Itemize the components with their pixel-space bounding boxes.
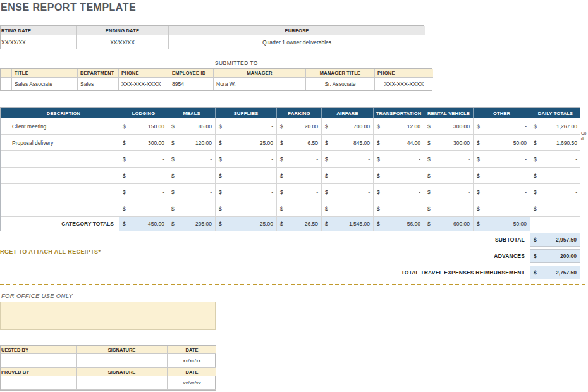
col-header-lodging: LODGING — [119, 108, 168, 118]
currency-symbol: $ — [534, 173, 537, 179]
amount-cell[interactable]: $- — [424, 168, 474, 184]
date-cell[interactable] — [1, 184, 8, 200]
date-cell[interactable]: xx/xx/xx — [168, 376, 216, 390]
amount-cell[interactable]: $50.00 — [474, 135, 530, 151]
description-cell[interactable]: Proposal delivery — [8, 135, 119, 151]
amount-cell[interactable]: $25.00 — [216, 135, 277, 151]
amount-cell[interactable]: $- — [374, 168, 424, 184]
date-cell[interactable] — [1, 151, 8, 168]
description-cell[interactable] — [8, 184, 119, 200]
amount-cell[interactable]: $- — [474, 168, 530, 184]
amount-cell[interactable]: $300.00 — [424, 118, 474, 135]
description-cell[interactable] — [8, 168, 119, 184]
amount-cell[interactable]: $- — [277, 168, 322, 184]
description-cell[interactable]: Client meeting — [8, 118, 119, 135]
manager-cell[interactable]: Nora W. — [214, 78, 306, 90]
requested-by-cell[interactable] — [1, 354, 77, 368]
currency-symbol: $ — [427, 156, 431, 162]
daily-total-cell: $1,267.00 — [530, 118, 580, 135]
amount-cell[interactable]: $44.00 — [374, 135, 424, 151]
amount-value: 1,545.00 — [349, 221, 370, 227]
name-sliver-cell[interactable] — [1, 78, 12, 90]
category-totals-label: CATEGORY TOTALS — [8, 217, 119, 231]
department-cell[interactable]: Sales — [78, 78, 119, 90]
amount-value: - — [368, 156, 370, 162]
title-cell[interactable]: Sales Associate — [12, 78, 78, 90]
date-cell[interactable] — [1, 135, 8, 151]
manager-phone-cell[interactable]: XXX-XXX-XXXX — [375, 78, 433, 90]
date-cell[interactable] — [1, 200, 8, 217]
approved-by-header: PROVED BY — [1, 368, 77, 376]
category-total-cell: $50.00 — [474, 217, 530, 231]
approved-by-cell[interactable] — [1, 376, 77, 390]
office-use-label: FOR OFFICE USE ONLY — [1, 292, 73, 299]
amount-cell[interactable]: $- — [374, 151, 424, 168]
description-cell[interactable] — [8, 151, 119, 168]
amount-cell[interactable]: $- — [322, 151, 374, 168]
amount-cell[interactable]: $85.00 — [168, 118, 216, 135]
amount-cell[interactable]: $- — [119, 200, 168, 217]
amount-cell[interactable]: $- — [424, 151, 474, 168]
advances-value-cell[interactable]: $200.00 — [530, 249, 580, 263]
amount-cell[interactable]: $- — [216, 151, 277, 168]
amount-cell[interactable]: $- — [119, 151, 168, 168]
description-cell[interactable] — [8, 200, 119, 217]
date-cell[interactable] — [1, 118, 8, 135]
col-header-rental-vehicle: RENTAL VEHICLE — [424, 108, 474, 118]
amount-cell[interactable]: $- — [374, 184, 424, 200]
amount-value: - — [468, 189, 470, 195]
amount-cell[interactable]: $- — [277, 184, 322, 200]
manager-title-cell[interactable]: Sr. Associate — [306, 78, 375, 90]
amount-cell[interactable]: $6.50 — [277, 135, 322, 151]
amount-cell[interactable]: $- — [474, 184, 530, 200]
ending-date-cell[interactable]: XX/XX/XX — [77, 35, 169, 49]
signature-cell[interactable] — [77, 354, 168, 368]
amount-cell[interactable]: $- — [216, 118, 277, 135]
amount-cell[interactable]: $300.00 — [424, 135, 474, 151]
amount-cell[interactable]: $- — [474, 151, 530, 168]
purpose-cell[interactable]: Quarter 1 owner deliverables — [169, 35, 425, 49]
amount-value: - — [525, 205, 527, 212]
amount-cell[interactable]: $- — [168, 151, 216, 168]
phone-cell[interactable]: XXX-XXX-XXXX — [119, 78, 169, 90]
amount-cell[interactable]: $12.00 — [374, 118, 424, 135]
amount-cell[interactable]: $20.00 — [277, 118, 322, 135]
currency-symbol: $ — [477, 221, 480, 227]
col-header-manager: MANAGER — [214, 69, 306, 78]
amount-cell[interactable]: $- — [216, 184, 277, 200]
amount-value: 2,957.50 — [556, 236, 577, 243]
date-cell[interactable] — [1, 168, 8, 184]
amount-cell[interactable]: $700.00 — [322, 118, 374, 135]
amount-cell[interactable]: $- — [277, 200, 322, 217]
amount-cell[interactable]: $150.00 — [119, 118, 168, 135]
amount-cell[interactable]: $- — [322, 184, 374, 200]
amount-cell[interactable]: $- — [119, 168, 168, 184]
amount-cell[interactable]: $- — [168, 184, 216, 200]
amount-cell[interactable]: $- — [216, 200, 277, 217]
amount-cell[interactable]: $120.00 — [168, 135, 216, 151]
amount-cell[interactable]: $845.00 — [322, 135, 374, 151]
currency-symbol: $ — [123, 205, 126, 212]
amount-cell[interactable]: $- — [277, 151, 322, 168]
amount-cell[interactable]: $- — [168, 168, 216, 184]
date-cell[interactable]: xx/xx/xx — [168, 354, 216, 368]
amount-cell[interactable]: $- — [474, 118, 530, 135]
starting-date-cell[interactable]: XX/XX/XX — [1, 35, 77, 49]
amount-cell[interactable]: $- — [168, 200, 216, 217]
office-use-input-area[interactable] — [0, 302, 216, 330]
currency-symbol: $ — [219, 221, 222, 227]
employee-id-cell[interactable]: 8954 — [169, 78, 214, 90]
amount-cell[interactable]: $- — [216, 168, 277, 184]
amount-cell[interactable]: $- — [424, 200, 474, 217]
amount-value: 120.00 — [195, 140, 212, 146]
currency-symbol: $ — [280, 221, 283, 227]
amount-cell[interactable]: $- — [322, 200, 374, 217]
currency-symbol: $ — [171, 140, 175, 146]
amount-cell[interactable]: $- — [322, 168, 374, 184]
amount-cell[interactable]: $- — [374, 200, 424, 217]
amount-cell[interactable]: $300.00 — [119, 135, 168, 151]
amount-cell[interactable]: $- — [119, 184, 168, 200]
signature-cell[interactable] — [77, 376, 168, 390]
amount-cell[interactable]: $- — [424, 184, 474, 200]
amount-cell[interactable]: $- — [474, 200, 530, 217]
